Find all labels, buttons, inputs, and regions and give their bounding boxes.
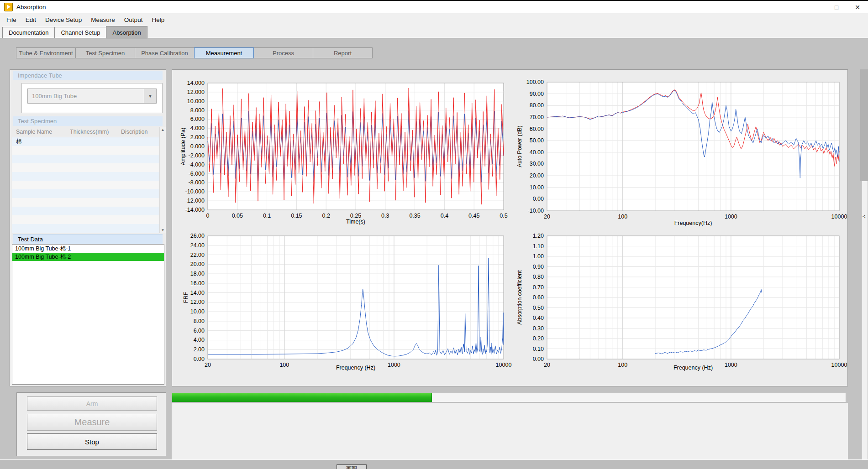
svg-text:1.20: 1.20 bbox=[533, 233, 544, 239]
test-data-list[interactable]: 100mm Big Tube-棉-1100mm Big Tube-棉-2 bbox=[12, 244, 164, 385]
table-row[interactable] bbox=[12, 172, 164, 181]
svg-text:0.30: 0.30 bbox=[533, 325, 544, 332]
svg-text:10.00: 10.00 bbox=[190, 308, 205, 315]
table-row[interactable] bbox=[12, 224, 164, 233]
svg-text:0.10: 0.10 bbox=[533, 346, 544, 352]
subtab-phase-calibration[interactable]: Phase Calibration bbox=[135, 47, 195, 58]
svg-text:0.5: 0.5 bbox=[500, 213, 507, 219]
measure-button[interactable]: Measure bbox=[27, 414, 157, 431]
svg-text:20: 20 bbox=[544, 362, 550, 368]
scroll-up-icon[interactable]: ▲ bbox=[160, 128, 166, 132]
svg-text:4.000: 4.000 bbox=[190, 125, 205, 131]
table-row[interactable] bbox=[12, 215, 164, 224]
subtab-report[interactable]: Report bbox=[313, 47, 373, 58]
test-data-header: Test Data bbox=[13, 234, 163, 244]
svg-text:100: 100 bbox=[618, 214, 627, 220]
svg-text:26.00: 26.00 bbox=[190, 233, 205, 239]
menu-item-help[interactable]: Help bbox=[147, 14, 169, 26]
scroll-down-icon[interactable]: ▼ bbox=[160, 228, 166, 232]
menu-item-edit[interactable]: Edit bbox=[21, 14, 41, 26]
table-row[interactable] bbox=[12, 155, 164, 163]
chart-time-waveform[interactable]: -14.000-12.000-10.000-8.000-6.000-4.000-… bbox=[176, 78, 514, 226]
menu-item-device-setup[interactable]: Device Setup bbox=[41, 14, 86, 26]
subtab-tube-environment[interactable]: Tube & Environment bbox=[16, 47, 76, 58]
progress-bar-fill bbox=[172, 393, 432, 402]
chart-absorption-coefficient[interactable]: 0.000.100.200.300.400.500.600.700.800.90… bbox=[511, 230, 858, 372]
svg-text:8.000: 8.000 bbox=[190, 107, 205, 114]
subtab-measurement[interactable]: Measurement bbox=[194, 47, 254, 58]
collapse-left-icon[interactable]: < bbox=[863, 214, 865, 219]
menu-item-output[interactable]: Output bbox=[120, 14, 147, 26]
svg-text:0.40: 0.40 bbox=[533, 315, 544, 321]
svg-text:0.2: 0.2 bbox=[322, 213, 330, 219]
svg-text:Auto Power (dB): Auto Power (dB) bbox=[516, 125, 523, 167]
table-row[interactable]: 棉 bbox=[12, 137, 164, 146]
subtab-test-specimen[interactable]: Test Specimen bbox=[75, 47, 135, 58]
svg-text:0.000: 0.000 bbox=[190, 143, 205, 150]
column-header: Thickness(mm) bbox=[66, 129, 117, 135]
table-row[interactable] bbox=[12, 146, 164, 155]
svg-text:Absorption coefficient: Absorption coefficient bbox=[516, 270, 523, 325]
test-data-item[interactable]: 100mm Big Tube-棉-2 bbox=[12, 253, 164, 261]
svg-text:0.15: 0.15 bbox=[291, 213, 302, 219]
tab-absorption[interactable]: Absorption bbox=[106, 26, 147, 38]
svg-text:Time(s): Time(s) bbox=[346, 219, 365, 225]
tab-channel-setup[interactable]: Channel Setup bbox=[54, 27, 106, 38]
column-header: Discription bbox=[117, 129, 164, 135]
maximize-button[interactable]: □ bbox=[826, 1, 847, 13]
menu-item-file[interactable]: File bbox=[2, 14, 21, 26]
svg-text:90.00: 90.00 bbox=[530, 91, 544, 97]
svg-text:Amplitude (Pa): Amplitude (Pa) bbox=[180, 128, 186, 166]
svg-text:100: 100 bbox=[279, 362, 289, 368]
minimize-button[interactable]: — bbox=[805, 1, 826, 13]
test-specimen-table[interactable]: Sample NameThickness(mm)Discription棉 bbox=[12, 127, 164, 233]
subtab-process[interactable]: Process bbox=[253, 47, 313, 58]
svg-text:4.00: 4.00 bbox=[194, 337, 205, 343]
svg-text:8.00: 8.00 bbox=[194, 318, 205, 324]
svg-text:12.000: 12.000 bbox=[187, 89, 205, 95]
app-window: Absorption — □ ✕ FileEditDevice SetupMea… bbox=[0, 0, 868, 469]
svg-text:2.00: 2.00 bbox=[194, 346, 205, 353]
chart-frf[interactable]: 0.002.004.006.008.0010.0012.0014.0016.00… bbox=[176, 230, 514, 372]
right-scrollbar-strip[interactable] bbox=[862, 181, 868, 459]
table-row[interactable] bbox=[12, 189, 164, 198]
impedance-tube-value: 100mm Big Tube bbox=[28, 93, 144, 99]
svg-text:1000: 1000 bbox=[725, 362, 737, 368]
svg-text:Frequency (Hz): Frequency (Hz) bbox=[673, 365, 713, 371]
taskbar-partial-button[interactable]: 画图 bbox=[337, 464, 367, 469]
svg-text:0.4: 0.4 bbox=[441, 213, 448, 219]
svg-text:14.00: 14.00 bbox=[190, 290, 205, 296]
svg-text:6.000: 6.000 bbox=[190, 116, 205, 122]
tab-documentation[interactable]: Documentation bbox=[2, 27, 55, 38]
table-row[interactable] bbox=[12, 198, 164, 207]
table-row[interactable] bbox=[12, 163, 164, 172]
table-row[interactable] bbox=[12, 207, 164, 215]
svg-text:0.45: 0.45 bbox=[468, 213, 479, 219]
menu-item-measure[interactable]: Measure bbox=[86, 14, 120, 26]
svg-text:FRF: FRF bbox=[183, 292, 189, 303]
stop-button[interactable]: Stop bbox=[27, 433, 157, 450]
chevron-down-icon[interactable]: ▼ bbox=[144, 89, 156, 103]
svg-text:0.05: 0.05 bbox=[232, 213, 243, 219]
impedance-tube-dropdown[interactable]: 100mm Big Tube ▼ bbox=[27, 89, 157, 104]
chart-auto-power[interactable]: -10.000.0010.0020.0030.0040.0050.0060.00… bbox=[511, 77, 858, 227]
lower-panel-area bbox=[172, 403, 848, 459]
test-data-item[interactable]: 100mm Big Tube-棉-1 bbox=[12, 245, 164, 253]
svg-text:-6.000: -6.000 bbox=[189, 171, 205, 177]
arm-button[interactable]: Arm bbox=[27, 396, 157, 411]
svg-text:10000: 10000 bbox=[831, 362, 847, 368]
svg-text:0.20: 0.20 bbox=[533, 335, 544, 342]
svg-text:-4.000: -4.000 bbox=[189, 162, 205, 168]
table-row[interactable] bbox=[12, 181, 164, 189]
svg-text:0.1: 0.1 bbox=[263, 213, 271, 219]
svg-text:0.70: 0.70 bbox=[533, 284, 544, 291]
column-header: Sample Name bbox=[12, 129, 66, 135]
svg-text:2.000: 2.000 bbox=[190, 134, 205, 141]
close-button[interactable]: ✕ bbox=[847, 1, 868, 13]
action-button-panel: Arm Measure Stop bbox=[16, 392, 166, 456]
test-specimen-scrollbar[interactable]: ▲ ▼ bbox=[159, 127, 166, 233]
svg-text:20.00: 20.00 bbox=[190, 261, 205, 267]
svg-text:0.3: 0.3 bbox=[381, 213, 389, 219]
svg-text:0.35: 0.35 bbox=[409, 213, 420, 219]
svg-text:40.00: 40.00 bbox=[530, 149, 544, 156]
